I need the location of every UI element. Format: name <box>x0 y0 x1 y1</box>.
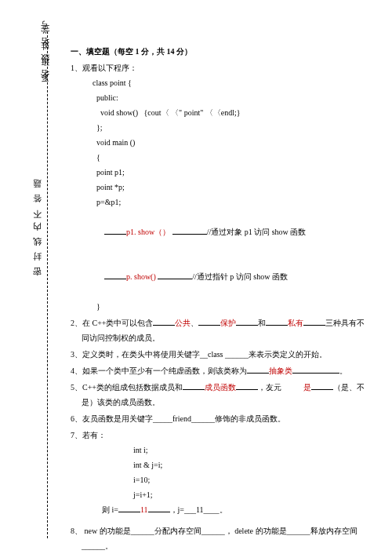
code-line-answer: p. show() //通过指针 p 访问 show 函数 <box>93 254 370 299</box>
q3: 3、定义类时，在类头中将使用关键字__class ______来表示类定义的开始… <box>71 347 370 362</box>
q7-result: 则 i=11，j=___11____。 <box>102 502 370 517</box>
code-comment: //通过对象 p1 访问 show 函数 <box>207 228 307 236</box>
section1-header: 一、填空题（每空 1 分，共 14 分） <box>71 44 370 59</box>
code-line: void main () <box>93 135 370 150</box>
answer: 11 <box>140 505 148 514</box>
code-line: int & j=i; <box>133 457 370 472</box>
q1-lead: 1、观看以下程序： <box>71 60 370 75</box>
q4-text: 。 <box>339 366 347 375</box>
code-line: j=i+1; <box>133 487 370 502</box>
q6: 6、友员函数是用关键字_____friend______修饰的非成员函数。 <box>71 411 370 426</box>
q7-code: int i; int & j=i; i=10; j=i+1; 则 i=11，j=… <box>102 443 370 517</box>
answer: 抽象类 <box>269 366 292 375</box>
answer: p. show() <box>126 272 156 281</box>
code-line: void show() {cout〈 〈" point" 〈〈endl;} <box>93 105 370 120</box>
q2-text: 和 <box>258 319 266 327</box>
q5-text: ，友元 <box>258 383 281 392</box>
q5: 5、C++类的组成包括数据成员和成员函数，友元是（是、不是）该类的成员函数。 <box>71 380 370 410</box>
code-line: i=10; <box>133 472 370 487</box>
code-line: int i; <box>133 443 370 457</box>
q7-text: ，j=___11____。 <box>170 505 227 514</box>
q7-text: 则 i= <box>102 505 118 514</box>
code-line: }; <box>93 120 370 135</box>
vertical-sideband: 系名 班级 姓名 学号 密 封 线 内 不 答 题 <box>33 31 56 538</box>
code-line-answer: p1. show（） //通过对象 p1 访问 show 函数 <box>93 210 370 254</box>
q8: 8、 new 的功能是______分配内存空间______， delete 的功… <box>71 523 370 553</box>
code-line: public: <box>93 90 370 105</box>
answer: 成员函数 <box>205 383 236 392</box>
q2: 2、在 C++类中可以包含公共、保护和私有三种具有不同访问控制权的成员。 <box>71 315 370 345</box>
code-line: point *p; <box>93 180 370 195</box>
answer: 是 <box>303 383 311 392</box>
q4: 4、如果一个类中至少有一个纯虚函数，则该类称为抽象类。 <box>71 363 370 378</box>
answer: 保护 <box>220 319 236 327</box>
q1-code: class point { public: void show() {cout〈… <box>93 75 370 314</box>
dashed-line <box>47 31 48 538</box>
code-line: { <box>93 150 370 165</box>
vertical-labels: 系名 班级 姓名 学号 <box>39 31 51 89</box>
code-line: p=&p1; <box>93 195 370 210</box>
q2-text: 2、在 C++类中可以包含 <box>71 319 153 327</box>
answer: 公共 <box>175 319 191 327</box>
code-comment: //通过指针 p 访问 show 函数 <box>192 272 288 281</box>
q2-text: 、 <box>191 319 198 327</box>
q7-lead: 7、若有： <box>71 428 370 443</box>
q4-text: 4、如果一个类中至少有一个纯虚函数，则该类称为 <box>71 366 247 375</box>
code-line: point p1; <box>93 165 370 180</box>
sealed-line-text: 密 封 线 内 不 答 题 <box>31 188 43 283</box>
page-content: 一、填空题（每空 1 分，共 14 分） 1、观看以下程序： class poi… <box>71 42 370 554</box>
code-line: class point { <box>93 75 370 90</box>
code-line: } <box>93 299 370 314</box>
answer: p1. show（） <box>126 228 170 236</box>
answer: 私有 <box>288 319 303 327</box>
q5-text: 5、C++类的组成包括数据成员和 <box>71 383 183 392</box>
